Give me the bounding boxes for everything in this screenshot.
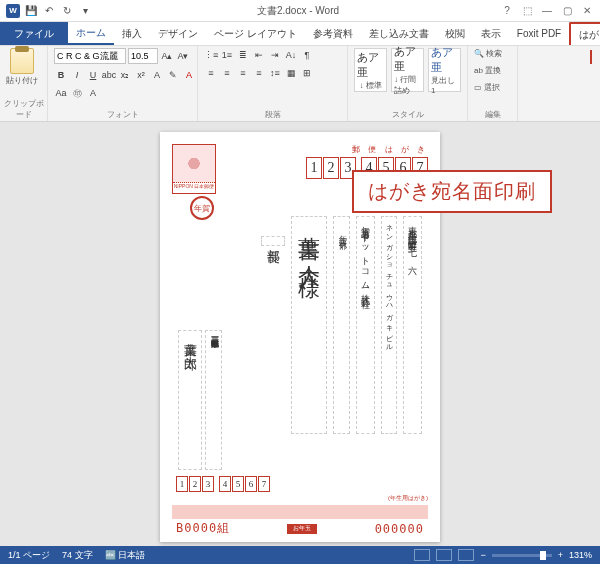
- sender-area: 葉書 太郎 東京都千代田区筆町一ー二ー三: [178, 330, 222, 470]
- zoom-in-button[interactable]: +: [558, 550, 563, 560]
- find-button[interactable]: 🔍検索: [474, 48, 502, 59]
- style-normal[interactable]: あア亜 ↓ 標準: [354, 48, 387, 92]
- tab-home[interactable]: ホーム: [68, 22, 114, 45]
- sender-name[interactable]: 葉書 太郎: [178, 330, 202, 470]
- style-heading1[interactable]: あア亜 見出し 1: [428, 48, 461, 92]
- tab-layout[interactable]: ページ レイアウト: [206, 22, 305, 45]
- style-nospace[interactable]: あア亜 ↓ 行間詰め: [391, 48, 424, 92]
- ribbon-options-button[interactable]: ⬚: [518, 4, 536, 18]
- status-lang[interactable]: 🔤 日本語: [105, 549, 146, 562]
- numbering-button[interactable]: 1≡: [220, 48, 234, 62]
- find-icon: 🔍: [474, 49, 484, 58]
- tab-view[interactable]: 表示: [473, 22, 509, 45]
- sender-zip-digit[interactable]: 2: [189, 476, 201, 492]
- recipient-title[interactable]: 部長: [261, 236, 285, 246]
- help-button[interactable]: ?: [498, 4, 516, 18]
- font-label: フォント: [48, 109, 197, 120]
- line-spacing-button[interactable]: ↕≡: [268, 66, 282, 80]
- save-icon[interactable]: 💾: [24, 4, 38, 18]
- char-border-button[interactable]: A: [86, 86, 100, 100]
- view-web-button[interactable]: [458, 549, 474, 561]
- status-right: − + 131%: [414, 549, 592, 561]
- justify-button[interactable]: ≡: [252, 66, 266, 80]
- recipient-dept[interactable]: 年賀状部: [333, 216, 350, 434]
- sender-zip-digit[interactable]: 5: [232, 476, 244, 492]
- zoom-slider[interactable]: [492, 554, 552, 557]
- sender-address[interactable]: 東京都千代田区筆町一ー二ー三: [205, 330, 222, 470]
- paste-button[interactable]: 貼り付け: [6, 48, 38, 86]
- tab-mailings[interactable]: 差し込み文書: [361, 22, 437, 45]
- paragraph-label: 段落: [198, 109, 347, 120]
- zip-label: 郵 便 は が き: [352, 144, 428, 155]
- sort-button[interactable]: A↓: [284, 48, 298, 62]
- recipient-building[interactable]: ネンガショチュウハガキビル: [381, 216, 397, 434]
- lottery-area: (年生用はがき) B0000組 お年玉 000000: [172, 494, 428, 530]
- replace-button[interactable]: ab置換: [474, 65, 501, 76]
- enclosed-button[interactable]: ㊞: [70, 86, 84, 100]
- view-read-button[interactable]: [414, 549, 430, 561]
- view-print-button[interactable]: [436, 549, 452, 561]
- group-styles: あア亜 ↓ 標準 あア亜 ↓ 行間詰め あア亜 見出し 1 スタイル: [348, 46, 468, 121]
- font-color-button[interactable]: A: [182, 68, 196, 82]
- document-title: 文書2.docx - Word: [98, 4, 498, 18]
- select-button[interactable]: ▭選択: [474, 82, 500, 93]
- tab-review[interactable]: 校閲: [437, 22, 473, 45]
- align-center-button[interactable]: ≡: [220, 66, 234, 80]
- shading-button[interactable]: ▦: [284, 66, 298, 80]
- dropdown-icon[interactable]: ▾: [78, 4, 92, 18]
- editing-label: 編集: [468, 109, 517, 120]
- undo-icon[interactable]: ↶: [42, 4, 56, 18]
- page[interactable]: はがき宛名面印刷 NIPPON 日本郵便 年賀 郵 便 は が き 1 2 3 …: [160, 132, 440, 542]
- zoom-out-button[interactable]: −: [480, 550, 485, 560]
- sender-zip-digit[interactable]: 7: [258, 476, 270, 492]
- recipient-address[interactable]: 東京都千代田区筆町五ー七ー一、六: [403, 216, 422, 434]
- minimize-button[interactable]: —: [538, 4, 556, 18]
- tab-references[interactable]: 参考資料: [305, 22, 361, 45]
- zip-digit[interactable]: 2: [323, 157, 339, 179]
- sender-zip-digit[interactable]: 3: [202, 476, 214, 492]
- shrink-font-button[interactable]: A▾: [176, 49, 190, 63]
- indent-dec-button[interactable]: ⇤: [252, 48, 266, 62]
- nenga-mark: 年賀: [190, 196, 214, 220]
- borders-button[interactable]: ⊞: [300, 66, 314, 80]
- align-left-button[interactable]: ≡: [204, 66, 218, 80]
- bullets-button[interactable]: ⋮≡: [204, 48, 218, 62]
- tab-insert[interactable]: 挿入: [114, 22, 150, 45]
- status-page[interactable]: 1/1 ページ: [8, 549, 50, 562]
- font-name-select[interactable]: [54, 48, 126, 64]
- zoom-level[interactable]: 131%: [569, 550, 592, 560]
- superscript-button[interactable]: x²: [134, 68, 148, 82]
- tab-design[interactable]: デザイン: [150, 22, 206, 45]
- show-marks-button[interactable]: ¶: [300, 48, 314, 62]
- word-icon: W: [6, 4, 20, 18]
- sender-zip-boxes: 1 2 3 4 5 6 7: [176, 476, 270, 492]
- sender-zip-digit[interactable]: 6: [245, 476, 257, 492]
- recipient-name[interactable]: 葉書 大介 様: [291, 216, 327, 434]
- recipient-company[interactable]: 年賀暑中ドットコム株式会社: [356, 216, 375, 434]
- tab-hagaki[interactable]: はがき宛名面印刷: [569, 22, 600, 45]
- sender-zip-digit[interactable]: 4: [219, 476, 231, 492]
- maximize-button[interactable]: ▢: [558, 4, 576, 18]
- grow-font-button[interactable]: A▴: [160, 49, 174, 63]
- tab-file[interactable]: ファイル: [0, 22, 68, 45]
- tab-foxit[interactable]: Foxit PDF: [509, 22, 569, 45]
- sender-zip-digit[interactable]: 1: [176, 476, 188, 492]
- strike-button[interactable]: abc: [102, 68, 116, 82]
- close-button[interactable]: ✕: [578, 4, 596, 18]
- quick-access-toolbar: W 💾 ↶ ↻ ▾: [0, 4, 98, 18]
- italic-button[interactable]: I: [70, 68, 84, 82]
- font-size-select[interactable]: [128, 48, 158, 64]
- highlight-button[interactable]: ✎: [166, 68, 180, 82]
- bold-button[interactable]: B: [54, 68, 68, 82]
- align-right-button[interactable]: ≡: [236, 66, 250, 80]
- text-effects-button[interactable]: A: [150, 68, 164, 82]
- indent-inc-button[interactable]: ⇥: [268, 48, 282, 62]
- multilevel-button[interactable]: ≣: [236, 48, 250, 62]
- ruby-button[interactable]: Aa: [54, 86, 68, 100]
- zip-digit[interactable]: 1: [306, 157, 322, 179]
- subscript-button[interactable]: x₂: [118, 68, 132, 82]
- document-area[interactable]: はがき宛名面印刷 NIPPON 日本郵便 年賀 郵 便 は が き 1 2 3 …: [0, 122, 600, 546]
- underline-button[interactable]: U: [86, 68, 100, 82]
- status-words[interactable]: 74 文字: [62, 549, 93, 562]
- redo-icon[interactable]: ↻: [60, 4, 74, 18]
